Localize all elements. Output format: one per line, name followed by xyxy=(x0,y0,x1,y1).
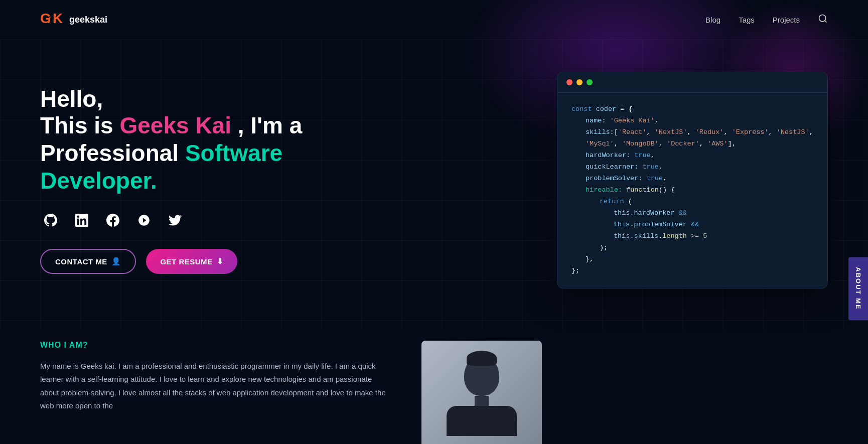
about-heading: WHO I AM? xyxy=(40,341,391,350)
navbar: G / K geekskai Blog Tags Projects xyxy=(0,0,868,40)
code-line-2: name: 'Geeks Kai', xyxy=(571,115,813,127)
code-line-8: hireable: function() { xyxy=(571,185,813,196)
code-line-12: this.skills.length >= 5 xyxy=(571,231,813,242)
code-line-7: problemSolver: true, xyxy=(571,173,813,185)
nav-tags[interactable]: Tags xyxy=(739,16,755,24)
hero-role-prefix: Professional xyxy=(40,140,185,166)
code-line-9: return ( xyxy=(571,196,813,208)
about-me-tab-label: ABOUT ME xyxy=(854,267,862,310)
contact-button[interactable]: CONTACT ME 👤 xyxy=(40,249,136,274)
contact-label: CONTACT ME xyxy=(55,257,107,266)
code-line-1: const coder = { xyxy=(571,104,813,115)
about-text: My name is Geeks kai. I am a professiona… xyxy=(40,360,391,412)
hero-greeting: Hello, xyxy=(40,86,302,112)
hero-role: Software xyxy=(185,140,282,166)
contact-icon: 👤 xyxy=(111,257,121,266)
hero-content: Hello, This is Geeks Kai , I'm a Profess… xyxy=(40,86,302,274)
search-icon[interactable] xyxy=(818,14,828,26)
code-line-14: }, xyxy=(571,254,813,265)
hero-buttons: CONTACT ME 👤 GET RESUME ⬇ xyxy=(40,249,302,274)
svg-text:K: K xyxy=(53,11,63,26)
nav-projects[interactable]: Projects xyxy=(773,16,800,24)
code-window: const coder = { name: 'Geeks Kai', skill… xyxy=(557,72,828,288)
hero-role-developer: Developer. xyxy=(40,167,302,195)
logo-text: geekskai xyxy=(69,15,107,25)
hero-name: Geeks Kai xyxy=(119,112,231,138)
github-icon[interactable] xyxy=(40,210,61,231)
person-silhouette xyxy=(447,356,517,436)
person-shoulder xyxy=(447,406,517,436)
about-photo xyxy=(421,341,542,444)
code-line-13: ); xyxy=(571,242,813,254)
social-icons xyxy=(40,210,302,231)
person-neck xyxy=(475,396,489,406)
code-titlebar xyxy=(557,72,827,93)
resume-label: GET RESUME xyxy=(160,257,212,266)
logo-icon: G / K xyxy=(40,9,65,31)
code-line-10: this.hardWorker && xyxy=(571,208,813,219)
about-me-tab[interactable]: ABOUT ME xyxy=(848,257,868,320)
person-head xyxy=(464,356,499,396)
stackshare-icon[interactable] xyxy=(133,210,155,231)
nav-links: Blog Tags Projects xyxy=(705,14,828,26)
code-line-15: }; xyxy=(571,265,813,277)
facebook-icon[interactable] xyxy=(102,210,123,231)
linkedin-icon[interactable] xyxy=(71,210,92,231)
code-line-6: quickLearner: true, xyxy=(571,162,813,173)
hero-title: This is Geeks Kai , I'm a xyxy=(40,112,302,139)
window-dot-green xyxy=(587,79,593,85)
hero-section: Hello, This is Geeks Kai , I'm a Profess… xyxy=(0,40,868,331)
person-hair xyxy=(467,351,497,366)
download-icon: ⬇ xyxy=(217,257,224,266)
logo[interactable]: G / K geekskai xyxy=(40,9,107,31)
code-line-3: skills:['React', 'NextJS', 'Redux', 'Exp… xyxy=(571,127,813,138)
svg-point-3 xyxy=(819,15,826,22)
about-section: WHO I AM? My name is Geeks kai. I am a p… xyxy=(0,331,868,444)
about-content: WHO I AM? My name is Geeks kai. I am a p… xyxy=(40,341,391,412)
hero-title-suffix: , I'm a xyxy=(231,112,302,138)
about-photo-container xyxy=(421,341,542,444)
hero-title-prefix: This is xyxy=(40,112,119,138)
resume-button[interactable]: GET RESUME ⬇ xyxy=(146,249,237,274)
code-line-11: this.problemSolver && xyxy=(571,219,813,231)
window-dot-red xyxy=(566,79,572,85)
code-window-container: const coder = { name: 'Geeks Kai', skill… xyxy=(557,72,828,288)
code-content: const coder = { name: 'Geeks Kai', skill… xyxy=(557,93,827,287)
code-line-4: 'MySql', 'MongoDB', 'Docker', 'AWS'], xyxy=(571,138,813,150)
nav-blog[interactable]: Blog xyxy=(705,16,720,24)
twitter-icon[interactable] xyxy=(165,210,186,231)
window-dot-yellow xyxy=(576,79,583,85)
svg-line-4 xyxy=(825,21,827,23)
code-line-5: hardWorker: true, xyxy=(571,150,813,162)
hero-role-line: Professional Software xyxy=(40,139,302,167)
